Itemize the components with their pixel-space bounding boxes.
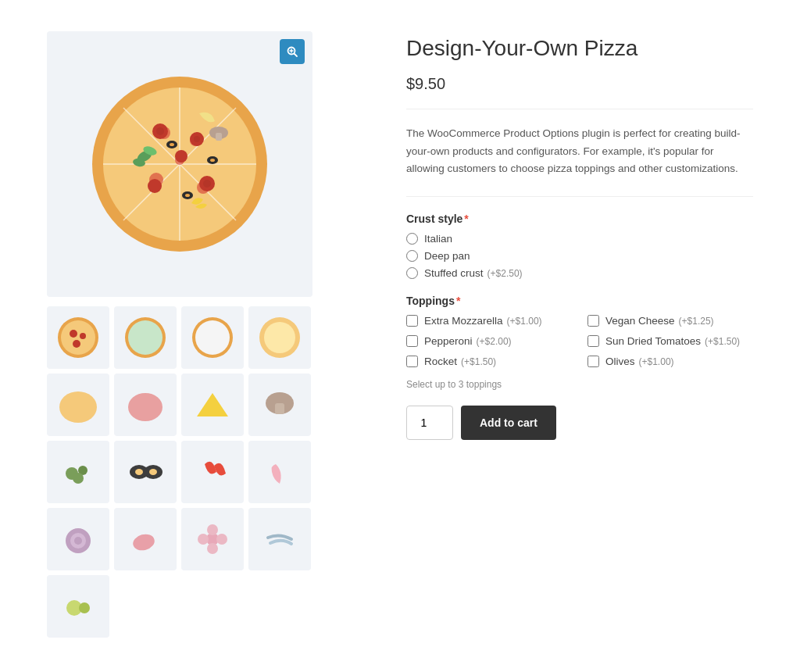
toppings-section: Toppings* Extra Mozzarella (+$1.00) Vega… [406, 295, 753, 390]
crust-radio-italian[interactable] [406, 233, 418, 245]
topping-vegan-cheese[interactable]: Vegan Cheese (+$1.25) [588, 315, 753, 327]
svg-point-55 [149, 469, 157, 475]
crust-italian-label: Italian [424, 233, 452, 245]
topping-sun-dried-tomatoes[interactable]: Sun Dried Tomatoes (+$1.50) [588, 335, 753, 347]
crust-deep-pan-label: Deep pan [424, 250, 470, 262]
svg-point-58 [74, 537, 82, 545]
topping-olives-price: (+$1.00) [639, 356, 674, 367]
main-image-wrapper [47, 31, 312, 297]
crust-option-italian[interactable]: Italian [406, 233, 753, 245]
topping-pepperoni-label: Pepperoni [424, 335, 473, 347]
svg-point-63 [198, 534, 209, 545]
topping-check-tomatoes[interactable] [588, 335, 599, 347]
add-to-cart-button[interactable]: Add to cart [461, 406, 556, 440]
topping-vegan-label: Vegan Cheese [605, 315, 675, 327]
thumbnail-shrimp[interactable] [248, 441, 311, 503]
toppings-label: Toppings* [406, 295, 753, 307]
topping-pepperoni-price: (+$2.00) [477, 336, 512, 347]
crust-option-stuffed[interactable]: Stuffed crust (+$2.50) [406, 267, 753, 279]
svg-point-46 [128, 393, 162, 421]
product-title: Design-Your-Own Pizza [406, 34, 753, 63]
zoom-button[interactable] [280, 39, 305, 64]
svg-point-62 [207, 543, 218, 554]
svg-point-44 [264, 322, 295, 353]
topping-olives[interactable]: Olives (+$1.00) [588, 356, 753, 367]
topping-tomatoes-label: Sun Dried Tomatoes [605, 335, 701, 347]
thumbnail-flower[interactable] [181, 508, 244, 570]
topping-check-pepperoni[interactable] [406, 335, 418, 347]
zoom-icon [286, 45, 298, 58]
svg-point-42 [195, 320, 230, 355]
thumbnail-anchovies[interactable] [248, 508, 311, 570]
svg-rect-33 [216, 133, 222, 141]
svg-point-35 [61, 320, 95, 355]
svg-point-20 [156, 127, 164, 135]
product-price: $9.50 [406, 75, 753, 93]
topping-mozzarella-label: Extra Mozzarella [424, 315, 503, 327]
thumbnails-grid [47, 306, 312, 638]
svg-line-1 [295, 54, 298, 57]
right-column: Design-Your-Own Pizza $9.50 The WooComme… [406, 31, 753, 440]
thumbnail-plain-dough[interactable] [248, 306, 311, 369]
crust-label: Crust style* [406, 213, 753, 225]
crust-radio-stuffed[interactable] [406, 267, 418, 279]
svg-point-51 [73, 473, 84, 484]
topping-pepperoni[interactable]: Pepperoni (+$2.00) [406, 335, 572, 347]
quantity-input[interactable] [406, 406, 453, 440]
thumbnail-peppers[interactable] [181, 441, 244, 503]
crust-stuffed-price: (+$2.50) [488, 268, 523, 279]
svg-point-40 [128, 320, 162, 355]
toppings-required-star: * [456, 295, 460, 307]
topping-check-olives[interactable] [588, 356, 599, 367]
thumbnail-capers[interactable] [47, 441, 109, 503]
toppings-hint: Select up to 3 toppings [406, 379, 753, 390]
topping-rocket[interactable]: Rocket (+$1.50) [406, 356, 572, 367]
thumbnail-plain-pizza[interactable] [114, 306, 177, 369]
page-wrapper: Design-Your-Own Pizza $9.50 The WooComme… [0, 0, 800, 669]
price-divider [406, 109, 753, 109]
topping-check-vegan-cheese[interactable] [588, 315, 599, 327]
svg-point-24 [170, 143, 174, 146]
topping-rocket-price: (+$1.50) [461, 356, 496, 367]
thumbnail-red-onion[interactable] [47, 508, 109, 570]
toppings-grid: Extra Mozzarella (+$1.00) Vegan Cheese (… [406, 315, 753, 373]
add-to-cart-row: Add to cart [406, 406, 753, 440]
crust-section: Crust style* Italian Deep pan Stuffed cr… [406, 213, 753, 279]
svg-point-19 [175, 150, 188, 163]
thumbnail-olives[interactable] [114, 441, 177, 503]
topping-vegan-price: (+$1.25) [679, 316, 714, 327]
svg-point-45 [59, 391, 97, 423]
crust-radio-deep-pan[interactable] [406, 250, 418, 262]
svg-point-66 [79, 602, 90, 613]
svg-point-53 [135, 469, 143, 475]
topping-check-rocket[interactable] [406, 356, 418, 367]
topping-mozzarella-price: (+$1.00) [507, 316, 542, 327]
topping-rocket-label: Rocket [424, 356, 457, 367]
svg-point-59 [131, 532, 156, 553]
topping-check-mozzarella[interactable] [406, 315, 418, 327]
thumbnail-white-pizza[interactable] [181, 306, 244, 369]
svg-point-28 [185, 194, 190, 197]
thumbnail-caperberries[interactable] [47, 575, 109, 638]
thumbnail-cheese[interactable] [181, 374, 244, 436]
left-column [47, 31, 375, 638]
thumbnail-ham[interactable] [114, 374, 177, 436]
product-layout: Design-Your-Own Pizza $9.50 The WooComme… [47, 31, 753, 638]
crust-required-star: * [464, 213, 468, 225]
topping-tomatoes-price: (+$1.50) [705, 336, 740, 347]
crust-option-deep-pan[interactable]: Deep pan [406, 250, 753, 262]
thumbnail-mushroom[interactable] [248, 374, 311, 436]
thumbnail-prosciutto[interactable] [114, 508, 177, 570]
svg-point-21 [194, 136, 200, 142]
svg-point-22 [203, 180, 211, 188]
thumbnail-pizza[interactable] [47, 306, 109, 369]
svg-point-26 [210, 159, 215, 162]
svg-point-61 [207, 524, 218, 535]
desc-divider [406, 196, 753, 197]
svg-point-38 [73, 340, 80, 348]
svg-point-37 [80, 333, 86, 339]
topping-extra-mozzarella[interactable]: Extra Mozzarella (+$1.00) [406, 315, 572, 327]
thumbnail-light-dough[interactable] [47, 374, 109, 436]
svg-rect-48 [275, 403, 284, 414]
pizza-image [86, 70, 273, 258]
